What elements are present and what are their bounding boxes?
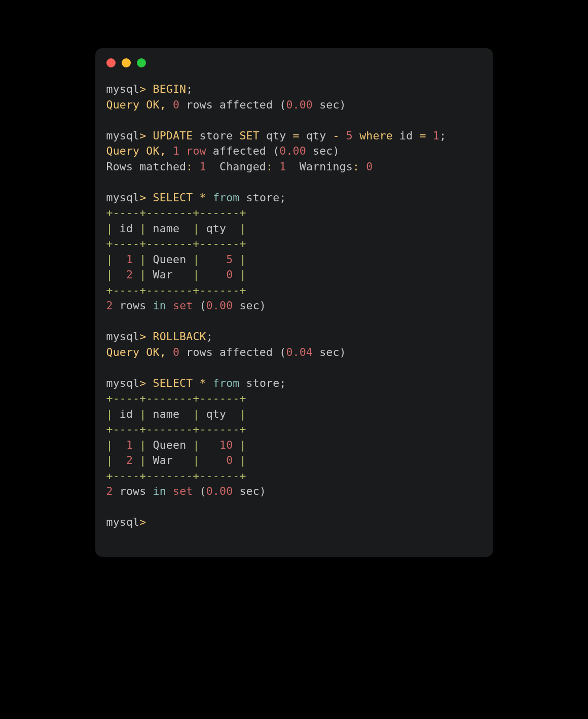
terminal-token: qty bbox=[260, 129, 293, 142]
terminal-token: 5 bbox=[226, 253, 233, 266]
terminal-token: | bbox=[139, 222, 146, 235]
terminal-token: Queen bbox=[146, 439, 193, 451]
terminal-token: 0.00 bbox=[279, 145, 306, 157]
terminal-token: : bbox=[266, 160, 273, 173]
terminal-token: 1 bbox=[279, 160, 286, 173]
terminal-token: mysql bbox=[106, 129, 140, 142]
terminal-token: rows bbox=[113, 299, 153, 312]
terminal-token: | bbox=[239, 253, 246, 266]
terminal-token: ( bbox=[193, 485, 206, 497]
terminal-token: SELECT bbox=[153, 191, 193, 204]
terminal-token bbox=[166, 346, 173, 358]
minimize-icon[interactable] bbox=[122, 58, 131, 67]
terminal-token: Warnings bbox=[286, 160, 352, 173]
terminal-token: | bbox=[239, 439, 246, 451]
terminal-token bbox=[146, 330, 153, 343]
window-titlebar bbox=[95, 48, 493, 67]
terminal-token: qty bbox=[300, 129, 333, 142]
terminal-token: 1 bbox=[173, 145, 179, 157]
terminal-token bbox=[133, 454, 139, 466]
terminal-token: Query OK, bbox=[106, 346, 166, 358]
terminal-token: id bbox=[113, 222, 140, 235]
terminal-token: mysql bbox=[106, 377, 140, 389]
terminal-token: * bbox=[200, 191, 206, 204]
terminal-token: | bbox=[106, 439, 113, 451]
terminal-token: 0.00 bbox=[206, 485, 233, 497]
terminal-token: sec) bbox=[233, 299, 266, 312]
terminal-token: 0.00 bbox=[206, 299, 233, 312]
terminal-token: : bbox=[186, 160, 193, 173]
terminal-token: sec) bbox=[313, 98, 346, 111]
terminal-token bbox=[179, 145, 186, 157]
terminal-token: 10 bbox=[219, 439, 233, 451]
terminal-token: | bbox=[139, 253, 146, 266]
terminal-token bbox=[113, 454, 126, 466]
terminal-token bbox=[233, 454, 239, 466]
terminal-token: > bbox=[139, 129, 146, 142]
terminal-token bbox=[200, 454, 227, 466]
terminal-token: 2 bbox=[126, 268, 133, 281]
terminal-token: BEGIN bbox=[153, 83, 187, 95]
terminal-token bbox=[133, 268, 139, 281]
terminal-token: | bbox=[193, 454, 199, 466]
terminal-token: | bbox=[106, 408, 113, 420]
terminal-token: - bbox=[333, 129, 340, 142]
terminal-token: sec) bbox=[313, 346, 346, 358]
terminal-token: +----+-------+------+ bbox=[106, 284, 246, 297]
terminal-token: 2 bbox=[126, 454, 133, 466]
terminal-token: Query OK, bbox=[106, 145, 166, 157]
terminal-token: > bbox=[139, 83, 146, 95]
terminal-token: | bbox=[139, 408, 146, 420]
terminal-token bbox=[273, 160, 279, 173]
terminal-token: rows bbox=[113, 485, 153, 497]
terminal-token: qty bbox=[200, 408, 240, 420]
terminal-token bbox=[200, 439, 219, 451]
terminal-token: in bbox=[153, 485, 166, 497]
terminal-token: +----+-------+------+ bbox=[106, 206, 246, 219]
terminal-token: 0 bbox=[173, 98, 179, 111]
terminal-token bbox=[146, 129, 153, 142]
terminal-token: ( bbox=[193, 299, 206, 312]
terminal-token bbox=[200, 268, 227, 281]
terminal-token: in bbox=[153, 299, 166, 312]
terminal-token bbox=[206, 377, 213, 389]
terminal-token bbox=[193, 191, 199, 204]
terminal-token bbox=[113, 439, 126, 451]
terminal-token: > bbox=[139, 191, 146, 204]
terminal-token: +----+-------+------+ bbox=[106, 470, 246, 482]
terminal-token bbox=[359, 160, 366, 173]
terminal-token bbox=[166, 98, 173, 111]
terminal-token: 0.00 bbox=[286, 98, 313, 111]
terminal-token: : bbox=[353, 160, 359, 173]
terminal-token: set bbox=[173, 299, 193, 312]
terminal-token bbox=[200, 253, 227, 266]
terminal-token: store; bbox=[239, 191, 286, 204]
terminal-token: SET bbox=[239, 129, 259, 142]
terminal-token: | bbox=[106, 253, 113, 266]
terminal-token: | bbox=[239, 268, 246, 281]
terminal-token: > bbox=[139, 330, 146, 343]
close-icon[interactable] bbox=[106, 58, 116, 67]
terminal-token bbox=[206, 191, 213, 204]
terminal-token bbox=[133, 439, 139, 451]
terminal-token: 0.04 bbox=[286, 346, 313, 358]
terminal-token: set bbox=[173, 485, 193, 497]
terminal-token bbox=[166, 145, 173, 157]
terminal-token: ; bbox=[186, 83, 193, 95]
terminal-token: | bbox=[106, 454, 113, 466]
terminal-output[interactable]: mysql> BEGIN; Query OK, 0 rows affected … bbox=[95, 67, 493, 557]
terminal-token: | bbox=[239, 454, 246, 466]
terminal-token bbox=[146, 191, 153, 204]
terminal-token: ; bbox=[206, 330, 213, 343]
maximize-icon[interactable] bbox=[137, 58, 146, 67]
terminal-token: | bbox=[239, 408, 246, 420]
terminal-token: id bbox=[113, 408, 140, 420]
terminal-token: > bbox=[139, 516, 146, 528]
terminal-token: store bbox=[193, 129, 239, 142]
terminal-token: | bbox=[193, 222, 199, 235]
terminal-token: Rows matched bbox=[106, 160, 187, 173]
terminal-token: | bbox=[239, 222, 246, 235]
terminal-token: id bbox=[393, 129, 420, 142]
terminal-token: 0 bbox=[173, 346, 179, 358]
terminal-token: sec) bbox=[233, 485, 266, 497]
